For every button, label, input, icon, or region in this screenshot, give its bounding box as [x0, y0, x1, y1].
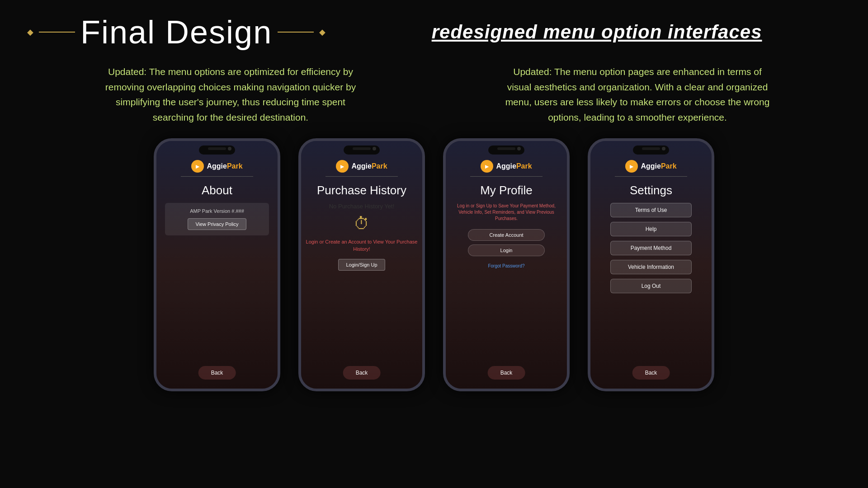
- terms-of-use-button[interactable]: Terms of Use: [610, 203, 692, 217]
- page-title-settings: Settings: [630, 183, 672, 197]
- login-prompt-text: Login or Create an Account to View Your …: [301, 239, 422, 253]
- phone-speaker-2: [353, 147, 371, 150]
- phone-settings: AggiePark Settings Terms of Use Help Pay…: [588, 138, 714, 391]
- aggie-logo-about: AggiePark: [191, 160, 242, 173]
- phone-inner-about: AggiePark About AMP Park Version #.### V…: [156, 141, 278, 389]
- deco-right-diamond: ◆: [319, 27, 326, 37]
- log-out-button[interactable]: Log Out: [610, 279, 692, 293]
- phone-camera-2: [373, 147, 376, 150]
- deco-right-line: [278, 32, 314, 33]
- payment-method-button[interactable]: Payment Method: [610, 241, 692, 255]
- deco-left-diamond: ◆: [27, 27, 33, 37]
- page-title-profile: My Profile: [480, 183, 533, 197]
- phone-inner-purchase: AggiePark Purchase History No Purchase H…: [301, 141, 422, 389]
- phone-inner-profile: AggiePark My Profile Log in or Sign Up t…: [446, 141, 567, 389]
- description-left: Updated: The menu options are optimized …: [95, 64, 366, 125]
- aggie-logo-purchase: AggiePark: [336, 160, 387, 173]
- subtitle-section: redesigned menu option interfaces: [362, 21, 832, 43]
- profile-back-button[interactable]: Back: [488, 366, 525, 380]
- descriptions-section: Updated: The menu options are optimized …: [0, 55, 868, 138]
- profile-info-text: Log in or Sign Up to Save Your Payment M…: [446, 203, 567, 222]
- vehicle-information-button[interactable]: Vehicle Information: [610, 260, 692, 274]
- login-button[interactable]: Login: [468, 244, 545, 256]
- main-title: Final Design: [80, 14, 272, 51]
- logo-text-about: AggiePark: [207, 162, 242, 170]
- header: ◆ Final Design ◆ redesigned menu option …: [0, 0, 868, 55]
- about-back-button[interactable]: Back: [198, 366, 236, 380]
- phone-camera-4: [662, 147, 665, 150]
- title-line-profile: [470, 176, 542, 177]
- phone-my-profile: AggiePark My Profile Log in or Sign Up t…: [443, 138, 570, 391]
- phone-speaker-3: [497, 147, 515, 150]
- phones-container: AggiePark About AMP Park Version #.### V…: [0, 138, 868, 391]
- login-signup-button[interactable]: Login/Sign Up: [338, 259, 385, 271]
- phone-speaker-4: [642, 147, 660, 150]
- phone-speaker-1: [208, 147, 226, 150]
- about-content-box: AMP Park Version #.### View Privacy Poli…: [165, 203, 269, 235]
- logo-icon-about: [191, 160, 204, 173]
- logo-text-profile: AggiePark: [496, 162, 532, 170]
- description-right: Updated: The menu option pages are enhan…: [502, 64, 773, 125]
- phone-purchase-history: AggiePark Purchase History No Purchase H…: [298, 138, 425, 391]
- version-text: AMP Park Version #.###: [172, 208, 262, 214]
- title-line-purchase: [326, 176, 398, 177]
- settings-back-button[interactable]: Back: [632, 366, 670, 380]
- phone-camera-1: [228, 147, 231, 150]
- title-line-about: [181, 176, 253, 177]
- help-button[interactable]: Help: [610, 222, 692, 236]
- aggie-logo-settings: AggiePark: [625, 160, 676, 173]
- create-account-button[interactable]: Create Account: [468, 229, 545, 241]
- title-section: ◆ Final Design ◆: [27, 14, 326, 51]
- title-line-settings: [615, 176, 687, 177]
- phone-camera-3: [517, 147, 521, 150]
- forgot-password-link[interactable]: Forgot Password?: [488, 263, 524, 268]
- logo-icon-settings: [625, 160, 638, 173]
- view-privacy-policy-button[interactable]: View Privacy Policy: [188, 218, 246, 230]
- desc-left-text: Updated: The menu options are optimized …: [95, 64, 366, 125]
- subtitle-text: redesigned menu option interfaces: [432, 21, 762, 42]
- phone-inner-settings: AggiePark Settings Terms of Use Help Pay…: [590, 141, 712, 389]
- logo-text-settings: AggiePark: [641, 162, 676, 170]
- no-history-text: No Purchase History Yet!: [329, 203, 395, 210]
- phone-about: AggiePark About AMP Park Version #.### V…: [154, 138, 280, 391]
- purchase-back-button[interactable]: Back: [343, 366, 381, 380]
- history-clock-icon: ⏱: [354, 214, 370, 233]
- logo-icon-purchase: [336, 160, 349, 173]
- page-title-about: About: [202, 183, 232, 197]
- deco-left-line: [39, 32, 75, 33]
- page-title-purchase: Purchase History: [317, 183, 406, 197]
- logo-text-purchase: AggiePark: [351, 162, 387, 170]
- aggie-logo-profile: AggiePark: [481, 160, 532, 173]
- logo-icon-profile: [481, 160, 493, 173]
- desc-right-text: Updated: The menu option pages are enhan…: [502, 64, 773, 125]
